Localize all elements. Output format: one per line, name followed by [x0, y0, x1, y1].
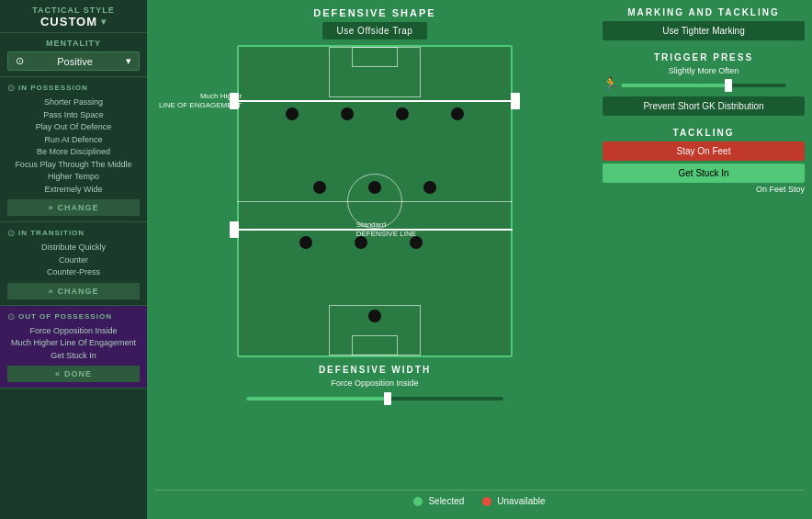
- out-of-possession-section: ⊙ OUT OF POSSESSION Force Opposition Ins…: [0, 306, 147, 389]
- defensive-width-slider[interactable]: [246, 391, 503, 406]
- player: [410, 236, 423, 249]
- slider-fill: [246, 397, 388, 401]
- list-item: Extremely Wide: [7, 184, 140, 197]
- circle-icon: ⊙: [16, 55, 24, 67]
- stay-on-feet-button[interactable]: Stay On Feet: [603, 141, 805, 161]
- trigger-press-label: TRIGGER PRESS: [603, 52, 805, 62]
- player: [299, 236, 312, 249]
- double-right-icon: »: [48, 287, 53, 296]
- selected-dot: [413, 497, 423, 506]
- bottom-small-box: [352, 335, 398, 355]
- player: [313, 181, 326, 194]
- player: [355, 236, 367, 249]
- sidebar: TACTICAL STYLE CUSTOM ▾ MENTALITY ⊙ Posi…: [0, 0, 147, 519]
- offside-trap-button[interactable]: Use Offside Trap: [322, 22, 428, 39]
- pitch-section: DEFENSIVE SHAPE Use Offside Trap: [154, 7, 595, 490]
- in-possession-title: ⊙ IN POSSESSION: [7, 83, 140, 93]
- out-of-possession-title: ⊙ OUT OF POSSESSION: [7, 311, 140, 322]
- tactical-style-header: TACTICAL STYLE CUSTOM ▾: [0, 0, 147, 33]
- in-transition-title: ⊙ IN TRANSITION: [7, 228, 140, 238]
- possession-out-icon: ⊙: [7, 311, 15, 322]
- marking-tackling-label: MARKING AND TACKLING: [603, 7, 805, 17]
- defensive-width-sublabel: Force Opposition Inside: [246, 378, 503, 388]
- list-item: Be More Disciplined: [7, 146, 140, 159]
- list-item: Higher Tempo: [7, 171, 140, 184]
- in-transition-label: IN TRANSITION: [18, 229, 85, 237]
- list-item: Shorter Passing: [7, 96, 140, 109]
- in-possession-section: ⊙ IN POSSESSION Shorter Passing Pass Int…: [0, 77, 147, 222]
- on-feet-story-label: On Feet Stoy: [603, 185, 805, 194]
- list-item: Focus Play Through The Middle: [7, 159, 140, 172]
- prevent-gk-button[interactable]: Prevent Short GK Distribution: [603, 96, 805, 116]
- player: [286, 107, 299, 120]
- player: [396, 107, 409, 120]
- unavailable-label: Unavailable: [497, 496, 545, 506]
- defensive-shape-label: DEFENSIVE SHAPE: [313, 7, 435, 18]
- tactical-style-value[interactable]: CUSTOM ▾: [4, 15, 143, 28]
- marking-tackling-section: MARKING AND TACKLING Use Tighter Marking: [603, 7, 805, 43]
- legend: Selected Unavailable: [154, 490, 805, 512]
- double-right-icon: »: [48, 203, 53, 212]
- list-item: Distribute Quickly: [7, 242, 140, 254]
- in-possession-change-button[interactable]: » CHANGE: [7, 199, 140, 216]
- mentality-select[interactable]: ⊙ Positive ▾: [7, 51, 140, 71]
- trigger-press-slider[interactable]: 🏃: [621, 78, 786, 93]
- in-transition-section: ⊙ IN TRANSITION Distribute Quickly Count…: [0, 222, 147, 306]
- in-possession-items: Shorter Passing Pass Into Space Play Out…: [7, 96, 140, 196]
- dl-label: Standard DEFENSIVE LINE: [356, 220, 416, 240]
- chevron-down-icon: ▾: [126, 55, 131, 67]
- out-of-possession-label: OUT OF POSSESSION: [18, 312, 112, 321]
- defensive-line-line: Standard DEFENSIVE LINE: [237, 229, 513, 231]
- list-item: Run At Defence: [7, 134, 140, 147]
- top-small-box: [352, 47, 398, 67]
- defensive-width-label: DEFENSIVE WIDTH: [246, 365, 503, 375]
- chevron-down-icon: ▾: [101, 17, 107, 27]
- out-of-possession-items: Force Opposition Inside Much Higher Line…: [7, 325, 140, 363]
- tighter-marking-button[interactable]: Use Tighter Marking: [603, 21, 805, 40]
- list-item: Counter-Press: [7, 266, 140, 279]
- list-item: Pass Into Space: [7, 109, 140, 122]
- selected-label: Selected: [428, 496, 464, 506]
- right-panel: MARKING AND TACKLING Use Tighter Marking…: [603, 7, 805, 490]
- slider-thumb[interactable]: [725, 79, 732, 92]
- mentality-section: MENTALITY ⊙ Positive ▾: [0, 33, 147, 77]
- in-possession-label: IN POSSESSION: [18, 84, 88, 92]
- unavailable-legend: Unavailable: [482, 496, 545, 506]
- list-item: Force Opposition Inside: [7, 325, 140, 338]
- player: [423, 181, 436, 194]
- tackling-section: TACKLING Stay On Feet Get Stuck In On Fe…: [603, 128, 805, 194]
- double-left-icon: «: [55, 369, 61, 378]
- tackling-label: TACKLING: [603, 128, 805, 138]
- list-item: Much Higher Line Of Engagement: [7, 337, 140, 350]
- loe-handle-right: [511, 93, 520, 109]
- list-item: Play Out Of Defence: [7, 121, 140, 134]
- loe-label: Much Higher LINE OF ENGAGEMENT: [159, 92, 242, 111]
- line-of-engagement-line: Much Higher LINE OF ENGAGEMENT: [237, 100, 513, 102]
- player: [368, 181, 381, 194]
- unavailable-dot: [482, 497, 491, 506]
- transition-icon: ⊙: [7, 228, 15, 238]
- in-transition-items: Distribute Quickly Counter Counter-Press: [7, 242, 140, 279]
- player: [451, 107, 464, 120]
- runner-icon: 🏃: [603, 76, 618, 91]
- slider-fill: [621, 84, 728, 87]
- trigger-press-section: TRIGGER PRESS Slightly More Often 🏃 Prev…: [603, 52, 805, 118]
- pitch-container: Much Higher LINE OF ENGAGEMENT Standard …: [237, 45, 513, 357]
- list-item: Counter: [7, 254, 140, 267]
- main-area: DEFENSIVE SHAPE Use Offside Trap: [147, 0, 812, 519]
- possession-icon: ⊙: [7, 83, 15, 93]
- player: [368, 310, 381, 322]
- mentality-label: MENTALITY: [7, 39, 140, 48]
- list-item: Get Stuck In: [7, 350, 140, 363]
- trigger-press-value: Slightly More Often: [603, 66, 805, 75]
- player: [341, 107, 354, 120]
- in-transition-change-button[interactable]: » CHANGE: [7, 283, 140, 299]
- slider-thumb[interactable]: [384, 392, 391, 405]
- dl-handle-left: [230, 221, 239, 238]
- tactical-style-label: TACTICAL STYLE: [4, 6, 143, 15]
- get-stuck-in-button[interactable]: Get Stuck In: [603, 164, 805, 183]
- selected-legend: Selected: [413, 496, 464, 506]
- done-button[interactable]: « DONE: [7, 366, 140, 382]
- defensive-width-section: DEFENSIVE WIDTH Force Opposition Inside: [246, 365, 503, 406]
